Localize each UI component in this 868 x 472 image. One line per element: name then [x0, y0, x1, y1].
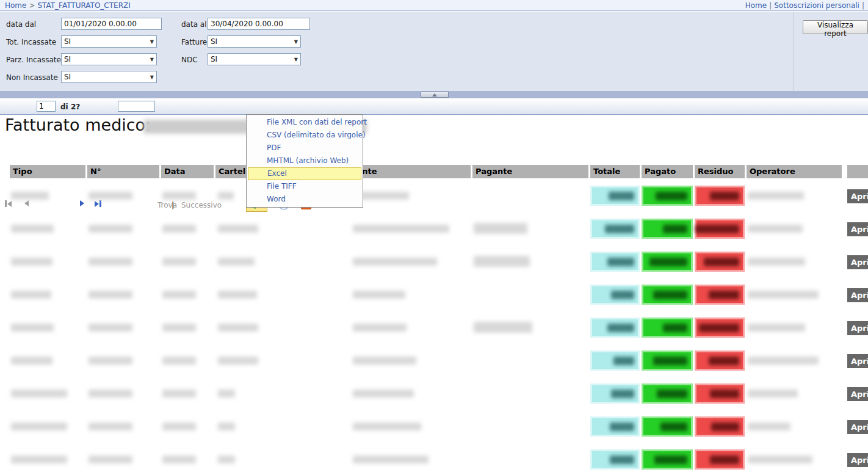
redacted-amount [704, 258, 739, 266]
export-menu-item-excel[interactable]: Excel [248, 167, 361, 180]
value-cell-core [696, 319, 743, 336]
redacted-pagante-value [474, 223, 527, 234]
redacted-amount [653, 357, 687, 365]
redacted-amount [654, 456, 687, 464]
residuo-value-cell [695, 219, 745, 239]
data-dal-label: data dal [6, 18, 36, 31]
pagato-value-cell [642, 350, 693, 371]
redacted-amount [610, 456, 634, 464]
redacted-amount [710, 192, 739, 200]
fatture-label: Fatture [181, 36, 207, 48]
redacted-amount [709, 291, 739, 299]
redacted-n-value [89, 225, 132, 233]
export-menu-item-file-tiff[interactable]: File TIFF [247, 180, 363, 193]
data-al-label: data al [181, 18, 207, 31]
open-invoice-button[interactable]: Apri F [847, 321, 868, 335]
parz-incassate-select[interactable]: SI▼ [61, 53, 157, 65]
redacted-cliente-value [353, 324, 407, 332]
redacted-pagante-value [474, 256, 530, 267]
redacted-amount [605, 225, 634, 233]
column-header-actions [847, 165, 868, 178]
top-nav-separator-2: | [859, 1, 867, 10]
collapse-up-icon [432, 93, 437, 96]
redacted-n-value [89, 456, 132, 463]
data-dal-input[interactable] [61, 18, 162, 30]
redacted-cartella-value [218, 225, 258, 233]
redacted-n-value [89, 258, 132, 266]
export-menu-item-csv-delimitato-da-virgole[interactable]: CSV (delimitato da virgole) [247, 129, 363, 142]
redacted-data-value [162, 291, 196, 299]
non-incassate-select[interactable]: SI▼ [61, 71, 157, 83]
open-invoice-button[interactable]: Apri F [847, 288, 868, 302]
open-invoice-button[interactable]: Apri F [847, 453, 868, 467]
value-cell-core [592, 352, 638, 369]
redacted-cliente-value [353, 291, 405, 299]
breadcrumb-home-link[interactable]: Home [5, 1, 26, 10]
fatture-select[interactable]: SI▼ [208, 35, 301, 48]
top-nav-subscriptions-link[interactable]: Sottoscrizioni personali [774, 1, 859, 10]
data-al-input[interactable] [208, 18, 310, 30]
value-cell-core [592, 286, 638, 303]
top-nav-home-link[interactable]: Home [745, 1, 767, 10]
redacted-cliente-value [353, 258, 437, 266]
pagato-value-cell [642, 449, 693, 470]
redacted-amount [663, 324, 687, 332]
value-cell-core [643, 319, 691, 336]
open-invoice-button[interactable]: Apri F [847, 354, 868, 368]
redacted-amount [607, 324, 634, 332]
chevron-down-icon: ▼ [150, 39, 154, 45]
export-menu-item-word[interactable]: Word [247, 193, 363, 206]
open-invoice-button[interactable]: Apri F [847, 222, 868, 236]
top-nav-separator: | [767, 1, 774, 10]
redacted-n-value [89, 324, 132, 332]
collapse-parameters-handle[interactable] [421, 92, 449, 98]
redacted-amount [609, 192, 634, 200]
redacted-data-value [162, 258, 196, 266]
page-number-input[interactable] [37, 101, 56, 112]
tot-incassate-select[interactable]: SI▼ [61, 35, 157, 48]
pagato-value-cell [642, 252, 693, 272]
redacted-tipo-value [11, 357, 52, 365]
redacted-operatore-value [748, 357, 819, 365]
parz-incassate-label: Parz. Incassate [6, 54, 61, 66]
redacted-cartella-value [218, 456, 235, 463]
value-cell-core [592, 187, 638, 204]
search-input[interactable] [118, 101, 155, 112]
redacted-cliente-value [353, 357, 416, 365]
column-header-totale: Totale [590, 165, 640, 178]
redacted-data-value [162, 390, 196, 398]
residuo-value-cell [695, 318, 745, 338]
view-report-button[interactable]: Visualizza report [803, 20, 868, 34]
breadcrumb-current-report-link[interactable]: STAT_FATTURATO_CTERZI [38, 1, 131, 10]
ndc-value: SI [211, 55, 217, 64]
redacted-amount [611, 390, 634, 398]
redacted-operatore-value [748, 258, 805, 266]
redacted-n-value [89, 423, 132, 430]
redacted-operatore-value [748, 456, 812, 463]
value-cell-core [643, 187, 691, 204]
export-menu-item-file-xml-con-dati-del-report[interactable]: File XML con dati del report [247, 116, 363, 129]
ndc-select[interactable]: SI▼ [208, 53, 301, 65]
redacted-cartella-value [218, 357, 258, 365]
open-invoice-button[interactable]: Apri F [847, 420, 868, 434]
open-invoice-button[interactable]: Apri F [847, 189, 868, 203]
redacted-amount [711, 423, 739, 431]
export-format-menu: File XML con dati del reportCSV (delimit… [246, 114, 363, 208]
totale-value-cell [590, 219, 640, 239]
top-bar: Home>STAT_FATTURATO_CTERZI Home|Sottoscr… [0, 0, 868, 11]
redacted-operatore-value [748, 390, 798, 398]
export-menu-item-mhtml-archivio-web[interactable]: MHTML (archivio Web) [247, 154, 363, 167]
redacted-amount [611, 291, 634, 299]
open-invoice-button[interactable]: Apri F [847, 387, 868, 401]
open-invoice-button[interactable]: Apri F [847, 255, 868, 269]
table-row: Apri F [0, 213, 868, 246]
export-menu-item-pdf[interactable]: PDF [247, 142, 363, 154]
parameters-splitter [0, 91, 868, 98]
redacted-n-value [89, 192, 132, 200]
value-cell-core [592, 220, 638, 237]
table-header-row: TipoN°DataCartellaClientePaganteTotalePa… [0, 165, 868, 178]
redacted-cartella-value [218, 324, 258, 332]
value-cell-core [643, 451, 691, 468]
redacted-cliente-value [353, 456, 429, 463]
report-title: Fatturato medico: [5, 115, 151, 134]
